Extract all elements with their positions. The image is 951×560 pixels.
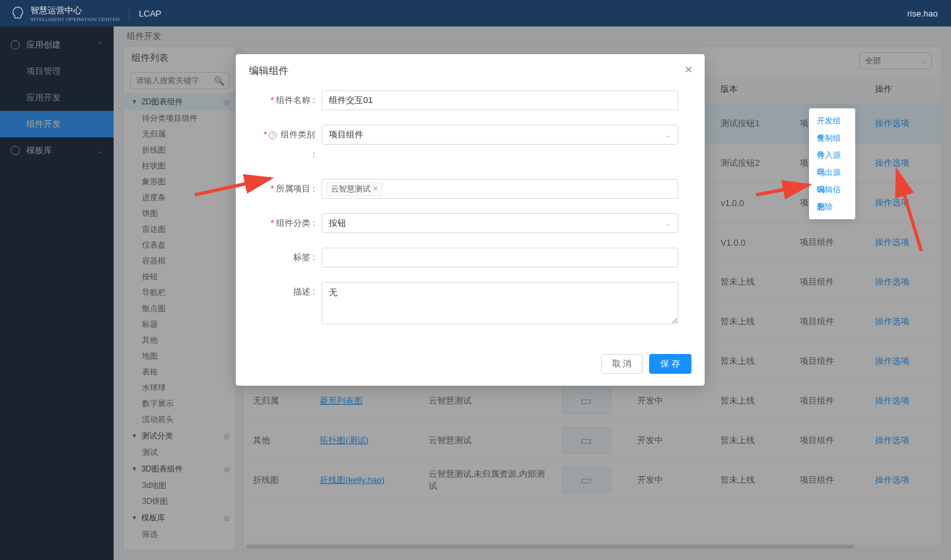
input-component-name[interactable] — [322, 90, 678, 110]
label-desc: 描述 — [293, 287, 310, 297]
label-category: 组件类别 — [281, 129, 315, 139]
input-tag[interactable] — [322, 248, 678, 267]
tag-remove-icon[interactable]: × — [373, 184, 378, 193]
menu-import-source[interactable]: 导入源码 — [809, 147, 855, 164]
modal-header: 编辑组件 ✕ — [236, 54, 705, 88]
project-tag[interactable]: 云智慧测试× — [326, 182, 382, 196]
modal-footer: 取 消 保 存 — [236, 354, 705, 386]
menu-dev-component[interactable]: 开发组件 — [809, 112, 855, 129]
menu-export-source[interactable]: 导出源码 — [809, 164, 855, 181]
header-app-name: LCAP — [139, 9, 161, 18]
header-title: 智慧运营中心 — [30, 5, 82, 15]
label-tag: 标签 — [293, 252, 310, 262]
menu-delete[interactable]: 删除 — [809, 198, 855, 215]
select-category[interactable]: 项目组件⌄ — [322, 125, 678, 145]
header-logo: 智慧运营中心 INTELLIGENT OPERATION CENTER — [11, 5, 120, 22]
textarea-desc[interactable] — [322, 282, 678, 324]
header-title-wrap: 智慧运营中心 INTELLIGENT OPERATION CENTER — [30, 5, 120, 22]
chevron-down-icon: ⌄ — [665, 219, 671, 228]
close-icon[interactable]: ✕ — [684, 63, 693, 76]
project-tag-box[interactable]: 云智慧测试× — [322, 179, 678, 199]
header-subtitle: INTELLIGENT OPERATION CENTER — [30, 17, 120, 22]
save-button[interactable]: 保 存 — [649, 354, 691, 374]
menu-copy-component[interactable]: 复制组件 — [809, 129, 855, 147]
cancel-button[interactable]: 取 消 — [601, 354, 643, 374]
edit-component-modal: 编辑组件 ✕ *组件名称 : *? 组件类别 : 项目组件⌄ *所属项目 : 云… — [236, 54, 705, 386]
modal-body: *组件名称 : *? 组件类别 : 项目组件⌄ *所属项目 : 云智慧测试× *… — [236, 88, 705, 354]
modal-title: 编辑组件 — [249, 65, 289, 76]
header-divider — [129, 7, 129, 19]
label-project: 所属项目 — [276, 184, 310, 193]
action-dropdown: 开发组件 复制组件 导入源码 导出源码 编辑信息 删除 — [809, 108, 855, 219]
chevron-down-icon: ⌄ — [665, 131, 671, 139]
header-user[interactable]: rise.hao — [907, 9, 938, 18]
help-icon[interactable]: ? — [269, 131, 277, 139]
logo-icon — [11, 6, 25, 20]
label-name: 组件名称 — [276, 95, 310, 105]
app-header: 智慧运营中心 INTELLIGENT OPERATION CENTER LCAP… — [0, 0, 951, 26]
label-class: 组件分类 — [276, 218, 310, 228]
menu-edit-info[interactable]: 编辑信息 — [809, 181, 855, 198]
select-class[interactable]: 按钮⌄ — [322, 213, 678, 233]
